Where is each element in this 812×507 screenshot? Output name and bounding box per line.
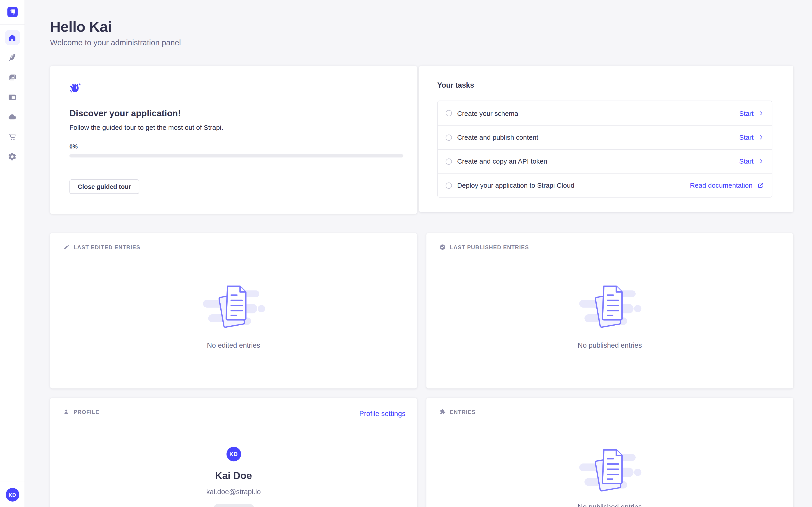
task-start-link[interactable]: Start [739, 133, 764, 141]
guided-tour-progress-label: 0% [69, 143, 398, 150]
widget-header: LAST EDITED ENTRIES [63, 244, 140, 250]
sidebar-item-home[interactable] [5, 30, 19, 45]
sidebar-item-media-library[interactable] [5, 70, 19, 84]
profile-card: PROFILE Profile settings KD Kai Doe kai.… [50, 398, 417, 507]
person-icon [63, 409, 69, 415]
profile-body: KD Kai Doe kai.doe@strapi.io [50, 447, 417, 507]
task-label: Create and publish content [457, 133, 539, 141]
app-viewport: KD Hello Kai Welcome to your administrat… [0, 0, 812, 507]
sidebar-item-settings[interactable] [5, 149, 19, 164]
widget-title: ENTRIES [450, 409, 475, 415]
user-avatar-initials: KD [9, 492, 16, 498]
task-action-label: Read documentation [690, 181, 753, 189]
task-action-label: Start [739, 133, 754, 141]
empty-state-message: No edited entries [207, 341, 260, 349]
profile-settings-link[interactable]: Profile settings [359, 410, 406, 418]
empty-state: No published entries [426, 283, 793, 349]
task-start-link[interactable]: Start [739, 109, 764, 117]
task-label: Deploy your application to Strapi Cloud [457, 181, 574, 189]
task-status-circle-icon [446, 110, 452, 116]
widget-header: LAST PUBLISHED ENTRIES [439, 244, 529, 250]
images-icon [8, 73, 17, 81]
sidebar-nav [0, 25, 24, 164]
puzzle-icon [439, 409, 446, 415]
page-subtitle: Welcome to your administration panel [50, 38, 181, 47]
sidebar-item-content-type-builder[interactable] [5, 90, 19, 104]
entries-card: ENTRIES No published entries [426, 398, 793, 507]
empty-state-message: No published entries [578, 503, 642, 507]
task-label: Create your schema [457, 109, 518, 117]
task-action-label: Start [739, 109, 754, 117]
chevron-right-icon [758, 158, 764, 164]
strapi-logo-icon [7, 7, 17, 17]
widget-title: LAST PUBLISHED ENTRIES [450, 244, 529, 250]
task-row: Create and publish content Start [438, 125, 772, 149]
profile-role-badge [213, 504, 254, 507]
profile-avatar: KD [226, 447, 241, 461]
feather-icon [8, 53, 17, 62]
shopping-cart-icon [8, 132, 17, 141]
task-start-link[interactable]: Start [739, 158, 764, 165]
guided-tour-card: Discover your application! Follow the gu… [50, 66, 417, 214]
task-action-label: Start [739, 158, 754, 165]
tasks-title: Your tasks [437, 81, 474, 89]
empty-documents-illustration [578, 447, 642, 494]
task-status-circle-icon [446, 182, 452, 188]
task-status-circle-icon [446, 158, 452, 165]
wave-hand-icon [69, 82, 83, 96]
strapi-logo[interactable] [0, 0, 24, 24]
task-row: Create and copy an API token Start [438, 149, 772, 173]
close-guided-tour-button[interactable]: Close guided tour [69, 179, 139, 194]
profile-email: kai.doe@strapi.io [206, 488, 261, 496]
task-label: Create and copy an API token [457, 158, 547, 165]
task-status-circle-icon [446, 134, 452, 140]
widget-header: ENTRIES [439, 409, 475, 415]
your-tasks-card: Your tasks Create your schema Start Crea… [419, 66, 793, 212]
last-published-entries-card: LAST PUBLISHED ENTRIES No published entr… [426, 233, 793, 388]
profile-name: Kai Doe [215, 470, 252, 482]
pencil-icon [63, 244, 69, 250]
guided-tour-progress-bar [69, 154, 404, 158]
cloud-icon [8, 112, 17, 121]
task-row: Create your schema Start [438, 101, 772, 125]
page-title: Hello Kai [50, 19, 112, 36]
sidebar-item-marketplace[interactable] [5, 129, 19, 144]
empty-state: No edited entries [50, 283, 417, 349]
sidebar-item-content-manager[interactable] [5, 50, 19, 65]
empty-documents-illustration [202, 283, 265, 330]
home-icon [8, 33, 17, 42]
task-row: Deploy your application to Strapi Cloud … [438, 173, 772, 197]
task-list: Create your schema Start Create and publ… [437, 101, 772, 198]
last-edited-entries-card: LAST EDITED ENTRIES No edited entries [50, 233, 417, 388]
chevron-right-icon [758, 110, 764, 116]
user-avatar[interactable]: KD [5, 488, 19, 502]
chevron-right-icon [758, 134, 764, 140]
sidebar: KD [0, 0, 25, 507]
guided-tour-subtitle: Follow the guided tour to get the most o… [69, 123, 398, 131]
empty-state-message: No published entries [578, 341, 642, 349]
empty-documents-illustration [578, 283, 642, 330]
layout-icon [8, 93, 17, 101]
sidebar-item-cloud[interactable] [5, 110, 19, 124]
widget-header: PROFILE [63, 409, 99, 415]
guided-tour-title: Discover your application! [69, 108, 398, 119]
gear-icon [8, 152, 17, 161]
widget-title: PROFILE [73, 409, 99, 415]
sidebar-footer: KD [0, 482, 24, 507]
empty-state: No published entries [426, 447, 793, 507]
widget-title: LAST EDITED ENTRIES [73, 244, 140, 250]
task-read-documentation-link[interactable]: Read documentation [690, 181, 764, 189]
check-circle-icon [439, 244, 446, 250]
profile-avatar-initials: KD [230, 451, 238, 457]
external-link-icon [757, 182, 764, 188]
